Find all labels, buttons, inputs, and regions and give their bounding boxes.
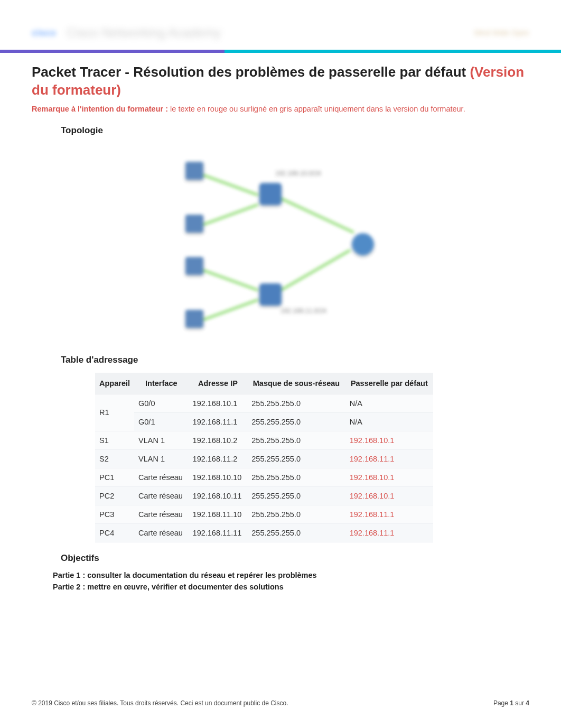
cell-interface: G0/1 [134, 412, 189, 431]
table-row: R1G0/0192.168.10.1255.255.255.0N/A [95, 394, 433, 412]
th-gateway: Passerelle par défaut [345, 373, 433, 394]
table-row: S1VLAN 1192.168.10.2255.255.255.0192.168… [95, 431, 433, 449]
cell-device: PC2 [95, 486, 134, 505]
cell-mask: 255.255.255.0 [247, 486, 345, 505]
objective-1: Partie 1 : consulter la documentation du… [53, 571, 529, 579]
topology-label-bottom: 192.168.11.0/24 [280, 307, 326, 315]
cell-interface: G0/0 [134, 394, 189, 412]
cell-device: PC3 [95, 505, 134, 523]
section-addressing-heading: Table d'adressage [61, 355, 529, 365]
cell-ip: 192.168.10.2 [189, 431, 248, 449]
cell-mask: 255.255.255.0 [247, 505, 345, 523]
page-title: Packet Tracer - Résolution des problèmes… [32, 63, 529, 99]
cell-interface: VLAN 1 [134, 449, 189, 468]
footer-copyright: © 2019 Cisco et/ou ses filiales. Tous dr… [32, 699, 288, 707]
cell-interface: Carte réseau [134, 486, 189, 505]
remark-text: le texte en rouge ou surligné en gris ap… [170, 105, 465, 113]
remark-label: Remarque à l'intention du formateur : [32, 105, 170, 113]
addressing-table-body: R1G0/0192.168.10.1255.255.255.0N/AG0/119… [95, 394, 433, 542]
section-topology-heading: Topologie [61, 125, 529, 136]
cell-mask: 255.255.255.0 [247, 412, 345, 431]
th-interface: Interface [134, 373, 189, 394]
cell-mask: 255.255.255.0 [247, 523, 345, 542]
th-mask: Masque de sous-réseau [247, 373, 345, 394]
cell-interface: Carte réseau [134, 523, 189, 542]
cell-ip: 192.168.11.2 [189, 449, 248, 468]
cell-interface: VLAN 1 [134, 431, 189, 449]
page-footer: © 2019 Cisco et/ou ses filiales. Tous dr… [32, 699, 529, 707]
cell-device: S1 [95, 431, 134, 449]
table-row: PC3Carte réseau192.168.11.10255.255.255.… [95, 505, 433, 523]
header-right-text: Mind Wide Open [474, 29, 529, 37]
page-header: cisco Cisco Networking Academy Mind Wide… [0, 16, 561, 53]
th-ip: Adresse IP [189, 373, 248, 394]
objective-2: Partie 2 : mettre en œuvre, vérifier et … [53, 583, 529, 591]
cell-ip: 192.168.11.11 [189, 523, 248, 542]
cisco-logo: cisco [32, 24, 56, 42]
cell-gateway: N/A [345, 394, 433, 412]
objectives-list: Partie 1 : consulter la documentation du… [53, 571, 529, 591]
cell-ip: 192.168.11.10 [189, 505, 248, 523]
cell-device: PC4 [95, 523, 134, 542]
cell-gateway: N/A [345, 412, 433, 431]
table-row: PC1Carte réseau192.168.10.10255.255.255.… [95, 468, 433, 486]
cell-device: PC1 [95, 468, 134, 486]
cell-device: S2 [95, 449, 134, 468]
cell-gateway: 192.168.10.1 [345, 431, 433, 449]
cell-mask: 255.255.255.0 [247, 468, 345, 486]
cell-device: R1 [95, 394, 134, 431]
th-device: Appareil [95, 373, 134, 394]
table-row: PC4Carte réseau192.168.11.11255.255.255.… [95, 523, 433, 542]
cell-ip: 192.168.10.1 [189, 394, 248, 412]
cell-gateway: 192.168.10.1 [345, 486, 433, 505]
cell-ip: 192.168.10.11 [189, 486, 248, 505]
header-center-text: Cisco Networking Academy [67, 25, 474, 40]
cell-mask: 255.255.255.0 [247, 431, 345, 449]
cell-gateway: 192.168.11.1 [345, 505, 433, 523]
cell-gateway: 192.168.11.1 [345, 523, 433, 542]
topology-diagram: 192.168.10.0/24 192.168.11.0/24 [32, 143, 529, 344]
cell-interface: Carte réseau [134, 468, 189, 486]
footer-page-number: Page 1 sur 4 [493, 699, 529, 707]
topology-label-top: 192.168.10.0/24 [275, 170, 321, 177]
addressing-table: Appareil Interface Adresse IP Masque de … [95, 373, 433, 542]
table-row: PC2Carte réseau192.168.10.11255.255.255.… [95, 486, 433, 505]
title-main: Packet Tracer - Résolution des problèmes… [32, 64, 470, 80]
cell-interface: Carte réseau [134, 505, 189, 523]
cell-ip: 192.168.11.1 [189, 412, 248, 431]
cell-gateway: 192.168.11.1 [345, 449, 433, 468]
table-row: G0/1192.168.11.1255.255.255.0N/A [95, 412, 433, 431]
instructor-remark: Remarque à l'intention du formateur : le… [32, 104, 529, 115]
cell-mask: 255.255.255.0 [247, 394, 345, 412]
cell-mask: 255.255.255.0 [247, 449, 345, 468]
cell-ip: 192.168.10.10 [189, 468, 248, 486]
table-row: S2VLAN 1192.168.11.2255.255.255.0192.168… [95, 449, 433, 468]
cell-gateway: 192.168.10.1 [345, 468, 433, 486]
section-objectives-heading: Objectifs [61, 553, 529, 564]
